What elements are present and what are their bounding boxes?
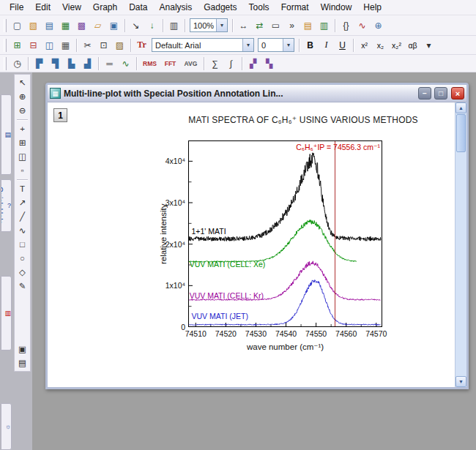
superscript-button[interactable]: x² [357,37,372,53]
pointer-tool[interactable]: ↖ [15,76,29,89]
graph-page[interactable]: 1 MATI SPECTRA OF C₆H₆⁺ USING VARIOUS ME… [48,102,455,387]
arrow-tool[interactable]: ↗ [15,196,29,209]
line-style-button[interactable]: ═ [102,56,117,71]
tab-smart-hint[interactable]: ☼Smart Hint Log [1,403,12,450]
fft-button[interactable]: FFT [160,56,180,71]
line-tool[interactable]: ╱ [15,210,29,223]
avg-button[interactable]: AVG [181,56,201,71]
subsuperscript-button[interactable]: x₂² [389,37,404,53]
new-folder-button[interactable]: ▧ [26,18,41,33]
minimize-button[interactable]: − [418,87,431,100]
maximize-button[interactable]: □ [434,87,447,100]
font-button[interactable]: Tr [134,37,149,53]
text-tool[interactable]: T [15,182,29,195]
arrange-layers-button[interactable]: ▦ [58,37,73,53]
rescale-button[interactable]: ↔ [236,18,251,33]
paste-button[interactable]: ▨ [112,37,127,53]
font-combo-arrow[interactable]: ▾ [242,39,253,51]
bold-button[interactable]: B [302,37,318,53]
toolbar-overflow-button[interactable]: ▾ [421,37,436,53]
tab-messages-log[interactable]: ▥Messages Log (1) [1,276,12,350]
open-button[interactable]: ▱ [90,18,105,33]
new-graph-button[interactable]: ▦ [58,18,73,33]
pattern-a-button[interactable]: ▞ [245,56,261,71]
data-selector-tool[interactable]: ◫ [15,150,29,163]
tab-project-explorer[interactable]: ▤Project Explorer (2) [1,94,12,175]
subscript-button[interactable]: x₂ [373,37,388,53]
circle-tool[interactable]: ○ [15,252,29,265]
menu-file[interactable]: File [4,1,29,14]
rms-button[interactable]: RMS [140,56,160,71]
top-axes-button[interactable]: ▛ [31,56,47,71]
save-project-button[interactable]: ▣ [106,18,122,33]
project-explorer-button[interactable]: ▤ [300,18,316,33]
integrate-button[interactable]: ∫ [223,56,239,71]
sum-button[interactable]: ∑ [207,56,223,71]
dock-panel-button-2[interactable]: ▤ [15,356,29,370]
x-tick-label: 74560 [335,329,357,338]
new-worksheet-button[interactable]: ▤ [42,18,57,33]
font-size-combo[interactable]: 0▾ [258,38,294,52]
underline-button[interactable]: U [335,37,350,53]
scroll-thumb[interactable] [456,114,466,152]
freehand-draw-tool[interactable]: ✎ [15,280,29,293]
greek-button[interactable]: αβ [405,37,420,53]
refresh-button[interactable]: ⇄ [252,18,267,33]
zoom-combo-arrow[interactable]: ▾ [216,19,227,31]
magnifier-button[interactable]: ⊕ [371,18,386,33]
region-select-tool[interactable]: ▫ [15,164,29,177]
scroll-down-button[interactable]: ▼ [455,376,466,387]
menu-format[interactable]: Format [276,1,314,14]
bottom-axes-button[interactable]: ▙ [64,56,79,71]
copy-button[interactable]: ⊡ [96,37,111,53]
menu-tools[interactable]: Tools [244,1,275,14]
close-button[interactable]: × [451,87,464,100]
zoom-out-tool[interactable]: ⊖ [15,104,29,117]
menu-data[interactable]: Data [124,1,152,14]
cut-button[interactable]: ✂ [80,37,95,53]
font-size-combo-arrow[interactable]: ▾ [283,39,294,51]
vertical-scrollbar[interactable]: ▲ ▼ [455,102,466,387]
rectangle-tool[interactable]: □ [15,238,29,251]
font-combo[interactable]: Default: Arial▾ [152,38,254,52]
add-layer-button[interactable]: ⊞ [10,37,25,53]
tab-quick-help[interactable]: ?Quick Help [1,179,12,232]
right-axes-button[interactable]: ▜ [48,56,63,71]
layer-1-badge[interactable]: 1 [53,108,67,122]
screen-reader-tool[interactable]: + [15,122,29,135]
script-window-button[interactable]: ▭ [268,18,283,33]
zoom-combo[interactable]: 100%▾ [190,18,228,32]
plot-area[interactable]: C₆H₆⁺IP = 74556.3 cm⁻¹ 1+1' MATIVUV MATI… [188,140,382,327]
zoom-in-tool[interactable]: ⊕ [15,90,29,103]
toolbar-divider [163,19,163,32]
left-axes-button[interactable]: ▟ [80,56,95,71]
command-window-button[interactable]: » [284,18,300,33]
extract-layer-button[interactable]: ⊟ [26,37,41,53]
data-reader-tool[interactable]: ⊞ [15,136,29,149]
merge-graphs-button[interactable]: ◫ [42,37,57,53]
italic-button[interactable]: I [319,37,334,53]
scroll-up-button[interactable]: ▲ [455,102,466,113]
print-button[interactable]: ▥ [166,18,182,33]
pattern-b-button[interactable]: ▚ [261,56,277,71]
date-time-button[interactable]: ◷ [10,56,25,71]
menu-analysis[interactable]: Analysis [155,1,198,14]
results-log-button[interactable]: ▥ [316,18,332,33]
code-builder-button[interactable]: {} [338,18,354,33]
graph-window-titlebar[interactable]: ▦ Multi-line-plot with Special Position … [48,85,466,102]
fitting-wizard-button[interactable]: ∿ [354,18,370,33]
import-wizard-button[interactable]: ↘ [128,18,144,33]
menu-graph[interactable]: Graph [88,1,122,14]
menu-help[interactable]: Help [358,1,387,14]
polygon-tool[interactable]: ◇ [15,266,29,279]
menu-window[interactable]: Window [316,1,357,14]
smooth-button[interactable]: ∿ [118,56,133,71]
menu-gadgets[interactable]: Gadgets [198,1,242,14]
menu-edit[interactable]: Edit [30,1,56,14]
new-matrix-button[interactable]: ▩ [74,18,89,33]
import-ascii-button[interactable]: ↓ [144,18,160,33]
dock-panel-button-1[interactable]: ▣ [15,342,29,356]
new-project-button[interactable]: ▢ [10,18,25,33]
menu-view[interactable]: View [57,1,86,14]
polyline-tool[interactable]: ∿ [15,224,29,237]
